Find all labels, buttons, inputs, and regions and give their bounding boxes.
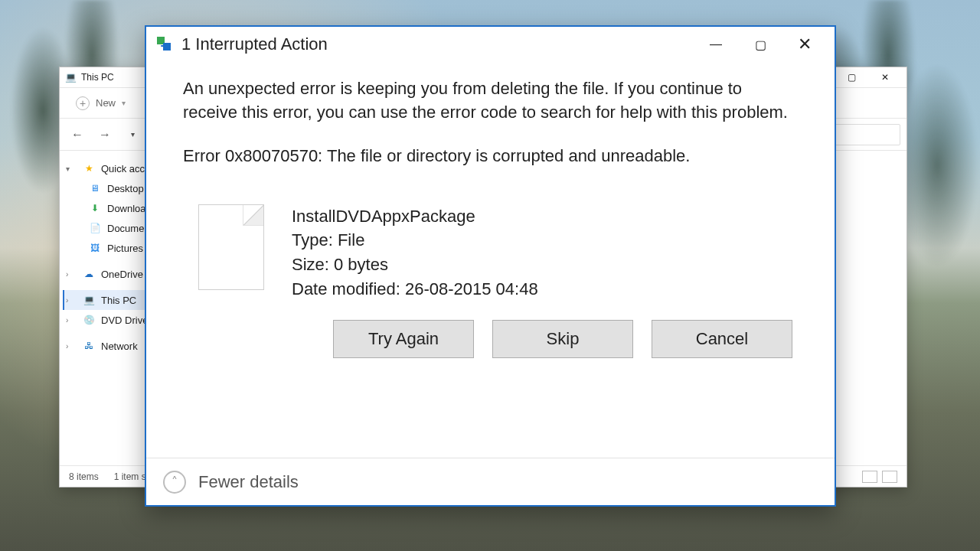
this-pc-icon: 💻 xyxy=(83,294,95,306)
fewer-details-toggle[interactable]: ˄ Fewer details xyxy=(163,471,299,494)
document-icon: 📄 xyxy=(89,222,101,234)
download-icon: ⬇ xyxy=(89,202,101,214)
try-again-button[interactable]: Try Again xyxy=(333,320,474,358)
back-button[interactable]: ← xyxy=(66,123,89,146)
view-details-button[interactable] xyxy=(862,471,877,483)
chevron-up-icon: ˄ xyxy=(163,471,186,494)
chevron-right-icon: › xyxy=(66,316,77,324)
disc-icon: 💿 xyxy=(83,314,95,326)
network-icon: 🖧 xyxy=(83,340,95,352)
status-item-count: 8 items xyxy=(69,471,99,482)
explorer-title: This PC xyxy=(81,72,114,83)
explorer-maximize-button[interactable]: ▢ xyxy=(835,67,868,87)
dialog-close-button[interactable]: ✕ xyxy=(782,29,827,60)
chevron-down-icon: ▾ xyxy=(122,99,126,107)
chevron-right-icon: › xyxy=(66,270,77,279)
dialog-maximize-button[interactable]: ▢ xyxy=(738,29,782,60)
sidebar-item-label: Desktop xyxy=(107,183,144,194)
sidebar-item-label: This PC xyxy=(101,295,136,306)
dialog-minimize-button[interactable]: — xyxy=(694,29,738,60)
skip-button[interactable]: Skip xyxy=(492,320,633,358)
view-icons-button[interactable] xyxy=(882,471,897,483)
recent-locations-button[interactable]: ▾ xyxy=(121,123,144,146)
star-icon: ★ xyxy=(83,162,95,174)
file-modified: Date modified: 26-08-2015 04:48 xyxy=(292,277,538,302)
sidebar-item-label: Pictures xyxy=(107,243,143,254)
fewer-details-label: Fewer details xyxy=(198,472,299,492)
dialog-title: 1 Interrupted Action xyxy=(181,34,328,54)
cancel-button[interactable]: Cancel xyxy=(652,320,792,358)
new-button-label: New xyxy=(96,97,116,109)
interrupted-action-dialog: 1 Interrupted Action — ▢ ✕ An unexpected… xyxy=(145,25,836,507)
chevron-right-icon: › xyxy=(66,296,77,305)
forward-button[interactable]: → xyxy=(93,123,116,146)
desktop-icon: 🖥 xyxy=(89,182,101,194)
cloud-icon: ☁ xyxy=(83,268,95,280)
dialog-error: Error 0x80070570: The file or directory … xyxy=(183,146,798,166)
file-size: Size: 0 bytes xyxy=(292,253,538,277)
new-button[interactable]: + New ▾ xyxy=(70,93,134,114)
sidebar-item-label: Network xyxy=(101,341,138,352)
file-type: Type: File xyxy=(292,228,538,253)
plus-icon: + xyxy=(76,96,90,110)
this-pc-icon: 💻 xyxy=(64,71,77,83)
sidebar-item-label: OneDrive xyxy=(101,269,143,280)
chevron-down-icon: ▾ xyxy=(66,165,77,173)
chevron-right-icon: › xyxy=(66,342,77,350)
dialog-message: An unexpected error is keeping you from … xyxy=(183,77,798,125)
explorer-close-button[interactable]: ✕ xyxy=(868,67,902,87)
file-icon xyxy=(198,204,264,290)
file-name: InstallDVDAppxPackage xyxy=(292,204,538,229)
pictures-icon: 🖼 xyxy=(89,242,101,254)
transfer-icon xyxy=(157,37,172,52)
dialog-titlebar[interactable]: 1 Interrupted Action — ▢ ✕ xyxy=(146,27,835,62)
file-info: InstallDVDAppxPackage Type: File Size: 0… xyxy=(183,204,798,302)
